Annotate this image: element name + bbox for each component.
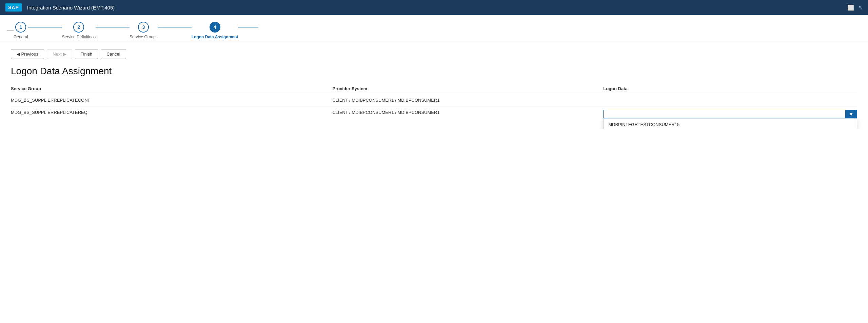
wizard-steps: 1 General 2 Service Definitions 3 Servic… xyxy=(0,15,868,42)
header-icons: ⬜ ↖ xyxy=(847,4,863,11)
app-header: SAP Integration Scenario Wizard (EMT;405… xyxy=(0,0,868,15)
wizard-step-1: 1 General xyxy=(14,22,28,39)
cancel-button[interactable]: Cancel xyxy=(101,49,126,59)
provider-system-cell-1: CLIENT / MDIBPCONSUMER1 / MDIBPCONSUMER1 xyxy=(332,94,603,106)
step-line-before-1 xyxy=(7,30,14,31)
step-label-2: Service Definitions xyxy=(62,35,96,39)
col-header-service-group: Service Group xyxy=(11,83,332,94)
toolbar: ◀ Previous Next ▶ Finish Cancel xyxy=(11,49,857,59)
logon-data-dropdown: ▼ MDBPINTEGRTESTCONSUMER15 MDBPINTGRTEST… xyxy=(603,110,857,118)
service-group-cell-2: MDG_BS_SUPPLIERREPLICATEREQ xyxy=(11,106,332,122)
dropdown-arrow-button[interactable]: ▼ xyxy=(845,110,857,118)
camera-icon[interactable]: ⬜ xyxy=(847,4,854,11)
dropdown-list: MDBPINTEGRTESTCONSUMER15 MDBPINTGRTESTCO… xyxy=(603,118,857,129)
table-row: MDG_BS_SUPPLIERREPLICATECONF CLIENT / MD… xyxy=(11,94,857,106)
step-label-4: Logon Data Assignment xyxy=(192,35,238,39)
logon-data-cell-1 xyxy=(603,94,857,106)
logon-data-input[interactable] xyxy=(604,110,845,118)
page-title: Logon Data Assignment xyxy=(11,66,857,77)
cursor-icon[interactable]: ↖ xyxy=(858,4,863,11)
next-button[interactable]: Next ▶ xyxy=(47,49,72,59)
connector-4-end xyxy=(238,27,258,27)
step-circle-4: 4 xyxy=(210,22,220,33)
table-row: MDG_BS_SUPPLIERREPLICATEREQ CLIENT / MDI… xyxy=(11,106,857,122)
connector-2-3 xyxy=(96,27,130,27)
col-header-provider-system: Provider System xyxy=(332,83,603,94)
dropdown-input-row: ▼ xyxy=(603,110,857,118)
logon-data-cell-2: ▼ MDBPINTEGRTESTCONSUMER15 MDBPINTGRTEST… xyxy=(603,106,857,122)
step-label-1: General xyxy=(14,35,28,39)
wizard-step-3: 3 Service Groups xyxy=(130,22,158,39)
connector-3-4 xyxy=(158,27,192,27)
service-group-cell-1: MDG_BS_SUPPLIERREPLICATECONF xyxy=(11,94,332,106)
step-circle-1: 1 xyxy=(15,22,26,33)
step-circle-3: 3 xyxy=(138,22,149,33)
provider-system-cell-2: CLIENT / MDIBPCONSUMER1 / MDIBPCONSUMER1 xyxy=(332,106,603,122)
wizard-step-4: 4 Logon Data Assignment xyxy=(192,22,238,39)
col-header-logon-data: Logon Data xyxy=(603,83,857,94)
connector-1-2 xyxy=(28,27,62,27)
finish-button[interactable]: Finish xyxy=(75,49,98,59)
sap-logo: SAP xyxy=(5,3,22,12)
wizard-step-2: 2 Service Definitions xyxy=(62,22,96,39)
dropdown-item-0[interactable]: MDBPINTEGRTESTCONSUMER15 xyxy=(604,119,857,129)
step-label-3: Service Groups xyxy=(130,35,158,39)
logon-data-table: Service Group Provider System Logon Data… xyxy=(11,83,857,122)
chevron-down-icon: ▼ xyxy=(849,112,853,117)
header-title: Integration Scenario Wizard (EMT;405) xyxy=(27,5,115,11)
previous-button[interactable]: ◀ Previous xyxy=(11,49,44,59)
step-circle-2: 2 xyxy=(73,22,84,33)
main-content: ◀ Previous Next ▶ Finish Cancel Logon Da… xyxy=(0,42,868,129)
